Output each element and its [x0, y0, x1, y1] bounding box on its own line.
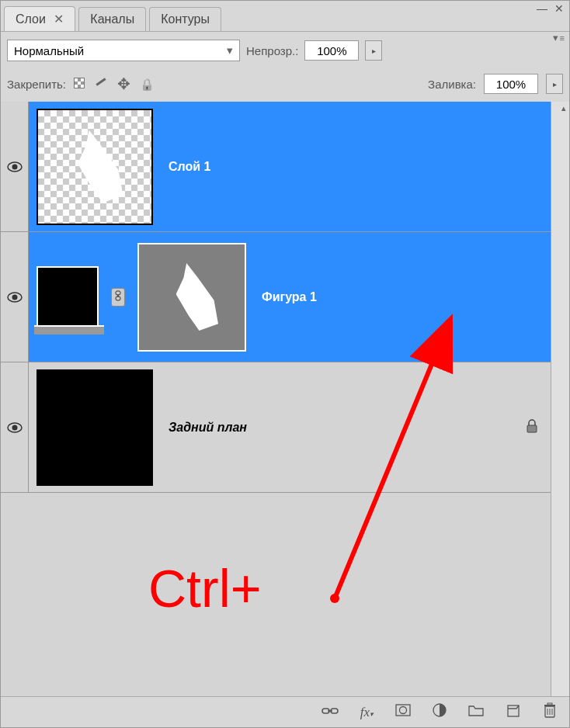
- visibility-toggle[interactable]: [1, 102, 29, 231]
- layer-thumbnail[interactable]: [36, 109, 153, 225]
- tab-label: Каналы: [90, 12, 134, 26]
- visibility-toggle[interactable]: [1, 232, 29, 362]
- fill-slider-button[interactable]: ▸: [546, 74, 563, 94]
- svg-point-3: [12, 294, 17, 300]
- blend-mode-select[interactable]: Нормальный ▾: [7, 40, 240, 61]
- tab-channels[interactable]: Каналы: [78, 7, 146, 31]
- layers-container: Слой 1 Фигура 1: [1, 102, 569, 696]
- blend-opacity-row: Нормальный ▾ Непрозр.: 100% ▸: [1, 32, 569, 69]
- layer-lock-icon: [526, 419, 538, 436]
- vector-mask-thumbnail[interactable]: [137, 243, 246, 352]
- minimize-button[interactable]: —: [535, 2, 549, 15]
- lock-all-icon[interactable]: [140, 76, 155, 92]
- lock-icons: [74, 75, 155, 93]
- tab-label: Слои: [16, 12, 46, 26]
- fill-label: Заливка:: [428, 78, 476, 91]
- link-layers-icon[interactable]: [321, 704, 339, 720]
- lock-position-icon[interactable]: [117, 75, 130, 93]
- lock-label: Закрепить:: [7, 78, 66, 91]
- visibility-toggle[interactable]: [1, 362, 29, 492]
- annotation-text: Ctrl+: [148, 558, 261, 619]
- fill-value: 100%: [496, 78, 526, 91]
- layers-panel: — ✕ ▾≡ Слои ✕ Каналы Контуры Нормальный …: [0, 0, 570, 728]
- blend-mode-value: Нормальный: [14, 44, 84, 57]
- opacity-input[interactable]: 100%: [304, 40, 359, 61]
- link-mask-icon[interactable]: [111, 288, 125, 307]
- lock-transparency-icon[interactable]: [74, 76, 85, 92]
- tab-close-icon[interactable]: ✕: [54, 12, 64, 26]
- layer-mask-icon[interactable]: [395, 704, 411, 720]
- lock-fill-row: Закрепить: Заливка: 100% ▸: [1, 69, 569, 102]
- svg-rect-9: [527, 425, 537, 432]
- layer-row[interactable]: Слой 1: [1, 102, 551, 232]
- svg-point-8: [12, 425, 17, 430]
- close-button[interactable]: ✕: [552, 2, 566, 15]
- tab-layers[interactable]: Слои ✕: [4, 6, 75, 31]
- layer-row[interactable]: Фигура 1: [1, 232, 551, 362]
- layer-name[interactable]: Фигура 1: [262, 290, 317, 304]
- delete-layer-icon[interactable]: [543, 702, 557, 722]
- window-controls: — ✕: [535, 2, 566, 15]
- group-layers-icon[interactable]: [468, 704, 484, 720]
- tab-label: Контуры: [161, 12, 210, 26]
- tab-bar: Слои ✕ Каналы Контуры: [1, 1, 569, 32]
- opacity-label: Непрозр.:: [246, 44, 298, 57]
- opacity-slider-button[interactable]: ▸: [365, 40, 382, 61]
- layer-row[interactable]: Задний план: [1, 362, 551, 493]
- layer-effects-button[interactable]: fx▾: [360, 705, 374, 720]
- layers-footer: fx▾: [1, 696, 569, 727]
- opacity-value: 100%: [317, 44, 346, 57]
- svg-rect-25: [547, 703, 552, 705]
- dropdown-arrow-icon: ▾: [227, 43, 233, 57]
- svg-point-12: [330, 594, 339, 603]
- tab-paths[interactable]: Контуры: [149, 7, 221, 31]
- wing-shape: [78, 130, 123, 203]
- layer-name[interactable]: Слой 1: [169, 160, 210, 174]
- wing-shape: [176, 263, 218, 331]
- panel-menu-button[interactable]: ▾≡: [553, 32, 565, 43]
- svg-point-17: [400, 707, 407, 714]
- layers-list: Слой 1 Фигура 1: [1, 102, 551, 696]
- lock-pixels-icon[interactable]: [94, 76, 108, 92]
- scroll-up-icon[interactable]: ▴: [561, 103, 566, 113]
- new-layer-icon[interactable]: [506, 703, 521, 721]
- scrollbar[interactable]: ▴: [551, 102, 569, 696]
- color-fill-thumbnail[interactable]: [36, 266, 99, 328]
- adjustment-layer-icon[interactable]: [433, 703, 447, 721]
- fill-input[interactable]: 100%: [484, 74, 538, 94]
- layer-name[interactable]: Задний план: [169, 421, 247, 435]
- svg-point-1: [12, 164, 17, 169]
- layer-thumbnail[interactable]: [36, 369, 153, 486]
